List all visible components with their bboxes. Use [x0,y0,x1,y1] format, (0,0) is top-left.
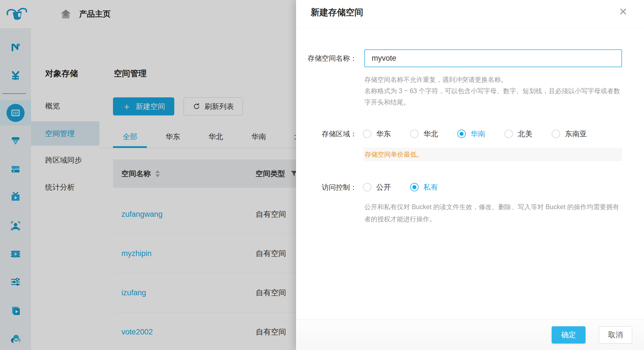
access-control-help: 公开和私有仅对 Bucket 的读文件生效，修改、删除、写入等对 Bucket … [364,201,623,225]
region-price-note: 存储空间单价最低。 [364,148,622,161]
region-option-huabei[interactable]: 华北 [410,129,438,139]
region-label: 存储区域： [296,127,357,141]
console-page: 产品主页 [0,0,644,350]
cancel-button[interactable]: 取消 [599,326,632,344]
radio-icon [410,130,419,138]
drawer-title: 新建存储空间 [311,4,363,21]
radio-icon [552,130,560,138]
radio-checked-icon [410,183,419,191]
region-option-huanan[interactable]: 华南 [457,129,485,139]
region-option-huadong[interactable]: 华东 [363,129,391,139]
drawer-footer: 确定 取消 [296,319,644,350]
region-option-beimei[interactable]: 北美 [504,129,532,139]
access-radio-group: 公开 私有 [363,180,457,194]
close-icon[interactable]: × [615,2,632,21]
bucket-name-input[interactable] [364,49,622,67]
region-option-dongnanya[interactable]: 东南亚 [552,129,587,139]
radio-icon [363,183,371,191]
radio-checked-icon [457,130,466,138]
access-option-public[interactable]: 公开 [363,182,391,192]
drawer-header-divider [296,27,644,28]
radio-icon [504,130,513,138]
bucket-name-help: 存储空间名称不允许重复，遇到冲突请更换名称。 名称格式为 3 ~ 63 个字符，… [364,74,623,108]
access-option-private[interactable]: 私有 [410,182,438,192]
create-bucket-drawer: 新建存储空间 × 存储空间名称： 存储空间名称不允许重复，遇到冲突请更换名称。 … [296,0,644,350]
access-control-label: 访问控制： [296,180,357,194]
region-radio-group: 华东 华北 华南 北美 东南亚 [363,127,606,141]
confirm-button[interactable]: 确定 [552,326,586,344]
bucket-name-label: 存储空间名称： [296,49,357,67]
radio-icon [363,130,371,138]
